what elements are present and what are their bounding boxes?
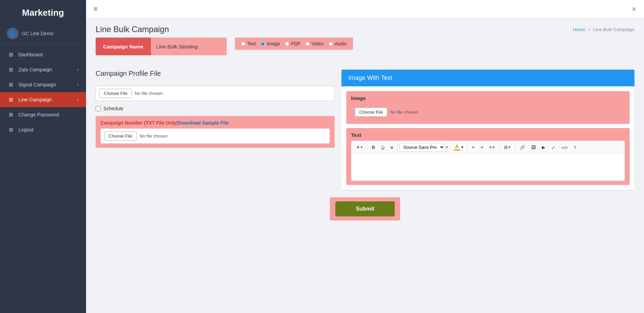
top-form-row: Campaign Name Text Image PDF (96, 38, 634, 61)
schedule-label[interactable]: Schedule (103, 106, 123, 111)
campaign-profile-section-title: Campaign Profile File (96, 70, 335, 77)
right-panel: Image With Text Image Choose File No fil… (341, 70, 634, 190)
bullet-list-btn[interactable]: ≡ (469, 143, 477, 151)
radio-text[interactable]: Text (241, 41, 256, 46)
chevron-icon: ‹ (77, 67, 79, 72)
radio-pdf-input[interactable] (285, 42, 289, 46)
change-password-icon: ⊞ (8, 112, 14, 118)
schedule-row: Schedule (96, 106, 335, 111)
sidebar-item-logout[interactable]: ⊞ Logout (0, 122, 86, 137)
video-btn[interactable]: ▶ (539, 143, 548, 151)
sidebar-item-label: Change Password (18, 112, 59, 117)
sidebar-item-signal-campaign[interactable]: ⊞ Signal Campaign ‹ (0, 77, 86, 92)
sidebar-title: Marketing (0, 0, 86, 24)
sidebar-item-zalo-campaign[interactable]: ⊞ Zalo Campaign ‹ (0, 62, 86, 77)
right-panel-body: Image Choose File No file chosen (341, 86, 634, 190)
sidebar: Marketing 👤 GC Line Demo ⊞ Dashboard ⊞ Z… (0, 0, 86, 313)
image-section: Image Choose File No file chosen (346, 91, 630, 124)
number-file-wrapper[interactable]: Choose File (104, 131, 137, 141)
bold-btn[interactable]: B (369, 143, 378, 151)
sidebar-item-label: Signal Campaign (18, 82, 56, 87)
text-section-title: Text (351, 132, 625, 138)
chevron-icon: ‹ (77, 82, 79, 87)
number-list-btn[interactable]: ≡ (478, 143, 486, 151)
font-dropdown-icon[interactable]: ▾ (446, 145, 448, 150)
underline-btn[interactable]: U (378, 143, 387, 151)
image-section-title: Image (351, 95, 625, 101)
expand-btn[interactable]: ⤢ (549, 144, 558, 152)
avatar: 👤 (7, 28, 18, 39)
line-campaign-icon: ⊞ (8, 97, 14, 103)
logout-icon: ⊞ (8, 127, 14, 133)
hamburger-icon[interactable]: ≡ (94, 5, 98, 13)
sidebar-nav: ⊞ Dashboard ⊞ Zalo Campaign ‹ ⊞ Signal C… (0, 47, 86, 137)
sidebar-item-line-campaign[interactable]: ⊞ Line Campaign ‹ (0, 92, 86, 107)
magic-btn[interactable]: ✦ ▾ (353, 143, 365, 151)
radio-video-input[interactable] (305, 42, 310, 46)
radio-image-label: Image (267, 41, 280, 46)
sidebar-username: GC Line Demo (22, 31, 54, 36)
radio-video-label: Video (311, 41, 324, 46)
profile-file-wrapper[interactable]: Choose File (99, 89, 132, 98)
image-insert-btn[interactable]: 🖼 (529, 143, 538, 151)
link-btn[interactable]: 🔗 (517, 143, 528, 151)
text-editor[interactable] (351, 154, 625, 181)
sidebar-item-label: Logout (18, 127, 33, 132)
radio-video[interactable]: Video (305, 41, 324, 46)
topbar: ≡ ✕ (86, 0, 644, 18)
page-title: Line Bulk Campaign (96, 25, 169, 34)
content-area: Campaign Name Text Image PDF (86, 38, 644, 234)
help-btn[interactable]: ? (571, 144, 579, 152)
radio-audio-input[interactable] (328, 42, 333, 46)
radio-pdf[interactable]: PDF (285, 41, 300, 46)
breadcrumb: Home / Line Bulk Campaign (573, 27, 634, 32)
code-btn[interactable]: </> (559, 144, 571, 152)
sidebar-item-label: Zalo Campaign (18, 67, 52, 72)
editor-toolbar: ✦ ▾ B U a Source Sans Pro ▾ (351, 141, 625, 154)
campaign-name-input[interactable] (151, 38, 227, 55)
radio-text-input[interactable] (241, 42, 246, 46)
font-select[interactable]: Source Sans Pro (400, 143, 445, 152)
radio-text-label: Text (247, 41, 256, 46)
main-content: ≡ ✕ Line Bulk Campaign Home / Line Bulk … (86, 0, 644, 313)
number-file-name: No file chosen (139, 133, 167, 139)
toolbar-sep-3 (450, 144, 450, 151)
profile-file-name: No file chosen (135, 91, 163, 96)
number-file-input-area: Choose File No file chosen (100, 128, 330, 144)
dashboard-icon: ⊞ (8, 52, 14, 58)
two-col: Campaign Profile File Choose File No fil… (96, 70, 634, 190)
profile-file-input-area: Choose File No file chosen (96, 86, 335, 101)
radio-pdf-label: PDF (291, 41, 300, 46)
sidebar-item-dashboard[interactable]: ⊞ Dashboard (0, 47, 86, 62)
strikethrough-btn[interactable]: a (388, 143, 396, 151)
radio-audio[interactable]: Audio (328, 41, 347, 46)
zalo-campaign-icon: ⊞ (8, 67, 14, 73)
sidebar-item-change-password[interactable]: ⊞ Change Password (0, 107, 86, 122)
breadcrumb-current: Line Bulk Campaign (593, 27, 634, 32)
toolbar-sep-5 (499, 144, 500, 151)
close-icon[interactable]: ✕ (631, 5, 636, 13)
download-sample-link[interactable]: Download Sample File (178, 120, 229, 126)
image-file-input-area: Choose File No file chosen (351, 104, 625, 120)
image-file-name: No file chosen (390, 110, 418, 115)
text-section: Text ✦ ▾ B U a Source Sans Pro (346, 128, 630, 185)
align-btn[interactable]: ≡ ▾ (487, 143, 498, 151)
color-btn[interactable]: A ▾ (452, 142, 465, 152)
campaign-number-section: Campaign Number (TXT File Only)Download … (96, 116, 335, 148)
right-column: Image With Text Image Choose File No fil… (341, 70, 634, 190)
radio-image-input[interactable] (261, 42, 265, 46)
campaign-name-row: Campaign Name (96, 38, 227, 55)
submit-button[interactable]: Submit (335, 201, 395, 216)
image-file-wrapper[interactable]: Choose File (355, 108, 387, 117)
sidebar-user: 👤 GC Line Demo (0, 24, 86, 44)
radio-audio-label: Audio (335, 41, 347, 46)
right-panel-header: Image With Text (341, 70, 634, 86)
sidebar-item-label: Line Campaign (18, 97, 52, 102)
schedule-checkbox[interactable] (96, 106, 101, 111)
campaign-number-title: Campaign Number (TXT File Only)Download … (100, 120, 330, 126)
table-btn[interactable]: ⊞ ▾ (501, 143, 513, 151)
radio-image[interactable]: Image (261, 41, 280, 46)
campaign-number-title-text: Campaign Number (TXT File Only) (100, 120, 178, 126)
breadcrumb-home[interactable]: Home (573, 27, 585, 32)
toolbar-row2: ⤢ </> ? (549, 144, 579, 152)
